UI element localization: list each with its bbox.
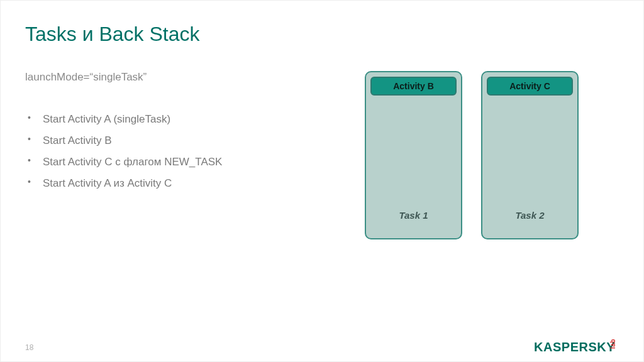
bullet-item: Start Activity B xyxy=(25,130,340,151)
logo-lab: lab xyxy=(609,339,616,349)
page-number: 18 xyxy=(25,343,33,352)
bullet-item: Start Activity A из Activity C xyxy=(25,173,340,194)
bullet-item: Start Activity C с флагом NEW_TASK xyxy=(25,151,340,173)
activity-chip: Activity C xyxy=(487,77,573,96)
content-row: launchMode=“singleTask” Start Activity A… xyxy=(25,71,619,239)
slide-title: Tasks и Back Stack xyxy=(25,23,619,46)
task-diagram: Activity B Task 1 Activity C Task 2 xyxy=(365,71,579,239)
bullet-item: Start Activity A (singleTask) xyxy=(25,109,340,130)
task-container-2: Activity C Task 2 xyxy=(481,71,579,239)
logo-brand: KASPERSKY xyxy=(534,340,615,354)
activity-chip: Activity B xyxy=(370,77,457,96)
task-label: Task 1 xyxy=(366,210,461,221)
launch-mode-text: launchMode=“singleTask” xyxy=(25,71,340,84)
kaspersky-logo: KASPERSKY lab xyxy=(534,340,626,354)
task-label: Task 2 xyxy=(482,210,577,221)
task-container-1: Activity B Task 1 xyxy=(365,71,462,239)
left-column: launchMode=“singleTask” Start Activity A… xyxy=(25,71,340,194)
slide: Tasks и Back Stack launchMode=“singleTas… xyxy=(0,0,644,362)
bullet-list: Start Activity A (singleTask) Start Acti… xyxy=(25,109,340,194)
